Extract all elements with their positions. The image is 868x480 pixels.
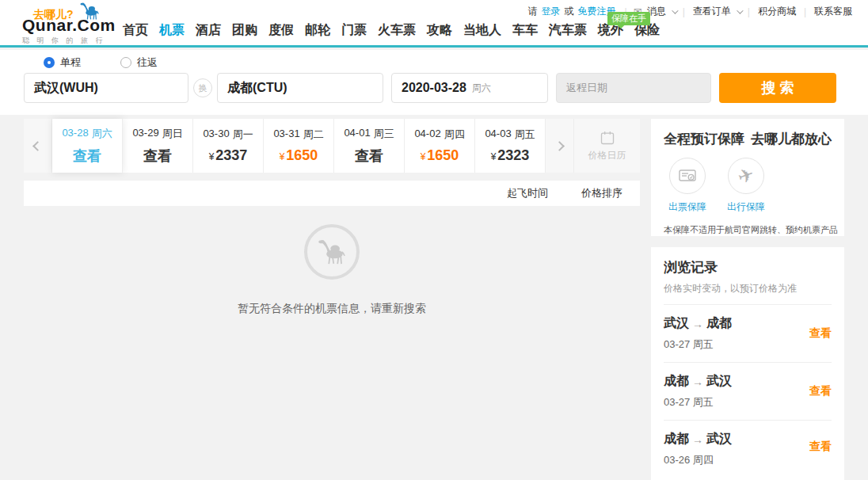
- arrow-right-icon: →: [692, 433, 703, 446]
- return-date-input[interactable]: 返程日期: [556, 73, 711, 103]
- history-item: 成都 → 武汉 03-27 周五 查看: [664, 363, 832, 421]
- history-date: 03-27 周五: [664, 395, 832, 410]
- swap-cities-button[interactable]: 换: [193, 78, 212, 97]
- empty-camel-badge: [304, 224, 360, 280]
- history-route: 成都 → 武汉: [664, 431, 832, 448]
- roundtrip-label: 往返: [137, 55, 158, 70]
- travel-guarantee-label: 出行保障: [727, 200, 765, 214]
- roundtrip-radio[interactable]: 往返: [120, 55, 158, 70]
- guarantee-tooltip-badge: 保障在手: [607, 12, 650, 25]
- nav-item-home[interactable]: 首页: [123, 22, 148, 39]
- main-nav: 首页 机票 酒店 团购 度假 邮轮 门票 火车票 攻略 当地人 车车 汽车票 境…: [123, 22, 671, 39]
- arrival-city-input[interactable]: 成都(CTU): [217, 73, 383, 103]
- nav-item-cruises[interactable]: 邮轮: [305, 22, 330, 39]
- date-tab-0330[interactable]: 03-30周一 ¥2337: [193, 119, 264, 173]
- nav-item-bus[interactable]: 汽车票: [549, 22, 587, 39]
- arrow-right-icon: →: [692, 318, 703, 330]
- divider: |: [804, 6, 806, 17]
- tab-action-label: 查看: [73, 147, 101, 166]
- nav-item-guides[interactable]: 攻略: [427, 22, 452, 39]
- guarantee-title: 全程预订保障 去哪儿都放心: [664, 130, 832, 148]
- login-link[interactable]: 登录: [542, 5, 561, 18]
- header: 去哪儿? Qunar.Com 聪 明 你 的 旅 行 请 登录 或 免费注册 |…: [0, 0, 868, 48]
- depart-day-label: 周六: [472, 82, 491, 95]
- date-strip: 03-28周六 查看 03-29周日 查看 03-30周一 ¥2337 03-3…: [24, 119, 640, 173]
- history-date: 03-27 周五: [664, 337, 832, 352]
- oneway-label: 单程: [60, 55, 81, 70]
- customer-service-link[interactable]: 联系客服: [814, 5, 852, 18]
- date-tab-0403[interactable]: 04-03周五 ¥2323: [475, 119, 546, 173]
- points-mall-link[interactable]: 积分商城: [758, 5, 796, 18]
- tab-price-label: ¥1650: [280, 147, 318, 164]
- history-view-link[interactable]: 查看: [809, 384, 832, 398]
- departure-city-input[interactable]: 武汉(WUH): [24, 73, 188, 103]
- please-label: 请: [528, 5, 538, 18]
- search-fields: 武汉(WUH) 换 成都(CTU) 2020-03-28 周六 返程日期 搜 索: [24, 73, 836, 103]
- price-calendar-button[interactable]: 价格日历: [574, 119, 640, 173]
- history-view-link[interactable]: 查看: [809, 326, 832, 341]
- ticket-guarantee[interactable]: 出票保障: [668, 158, 706, 214]
- nav-item-deals[interactable]: 团购: [232, 22, 257, 39]
- guarantee-card: 全程预订保障 去哪儿都放心 出票保障 ✈: [651, 119, 844, 236]
- ticket-card-icon: [677, 166, 698, 185]
- chevron-left-icon: [32, 141, 43, 151]
- history-subtitle: 价格实时变动，以预订价格为准: [664, 282, 832, 305]
- nav-item-locals[interactable]: 当地人: [463, 22, 501, 39]
- date-tab-0331[interactable]: 03-31周二 ¥1650: [264, 119, 334, 173]
- nav-item-vacations[interactable]: 度假: [268, 22, 294, 39]
- history-route: 武汉 → 成都: [664, 315, 832, 332]
- divider: |: [683, 6, 685, 17]
- arrow-right-icon: →: [692, 375, 703, 388]
- calendar-icon: [599, 130, 616, 146]
- divider: |: [748, 6, 750, 17]
- nav-item-tickets[interactable]: 门票: [341, 22, 367, 39]
- date-tab-0328[interactable]: 03-28周六 查看: [52, 119, 123, 173]
- history-item: 武汉 → 成都 03-27 周五 查看: [664, 305, 832, 363]
- search-button[interactable]: 搜 索: [719, 73, 836, 103]
- or-label: 或: [565, 5, 574, 18]
- history-view-link[interactable]: 查看: [809, 440, 832, 454]
- nav-item-trains[interactable]: 火车票: [378, 22, 416, 39]
- travel-guarantee[interactable]: ✈ 出行保障: [727, 158, 765, 214]
- depart-date-value: 2020-03-28: [402, 81, 466, 95]
- chevron-down-icon: [737, 7, 743, 13]
- logo-slogan: 聪 明 你 的 旅 行: [22, 36, 116, 46]
- qunar-flight-search-page: 去哪儿? Qunar.Com 聪 明 你 的 旅 行 请 登录 或 免费注册 |…: [0, 0, 868, 480]
- nav-item-hotels[interactable]: 酒店: [196, 22, 221, 39]
- tab-price-label: ¥2337: [209, 147, 248, 164]
- guarantee-disclaimer: 本保障不适用于航司官网跳转、预约机票产品: [664, 224, 832, 236]
- history-date: 03-26 周四: [664, 453, 832, 467]
- sort-by-departure-time[interactable]: 起飞时间: [507, 186, 548, 200]
- qunar-logo[interactable]: 去哪儿? Qunar.Com 聪 明 你 的 旅 行: [22, 2, 116, 46]
- radio-unselected-icon: [120, 57, 131, 68]
- sort-by-price[interactable]: 价格排序: [581, 186, 622, 200]
- nav-item-cars[interactable]: 车车: [512, 22, 538, 39]
- history-item: 成都 → 武汉 03-26 周四 查看: [664, 421, 832, 472]
- empty-message: 暂无符合条件的机票信息，请重新搜索: [24, 302, 640, 316]
- date-tab-0329[interactable]: 03-29周日 查看: [123, 119, 193, 173]
- camel-icon: [314, 239, 349, 265]
- empty-state: 暂无符合条件的机票信息，请重新搜索: [24, 224, 640, 316]
- next-dates-button[interactable]: [546, 119, 574, 173]
- depart-date-input[interactable]: 2020-03-28 周六: [391, 73, 548, 103]
- tab-price-label: ¥2323: [491, 147, 530, 164]
- price-calendar-label: 价格日历: [588, 149, 626, 162]
- topbar: 请 登录 或 免费注册 | ✉ 消息 | 查看订单 | 积分商城 | 联系客服: [527, 5, 854, 18]
- tab-price-label: ¥1650: [421, 147, 459, 164]
- tab-action-label: 查看: [143, 147, 172, 166]
- ticket-guarantee-label: 出票保障: [668, 200, 706, 214]
- search-section: 单程 往返 武汉(WUH) 换 成都(CTU) 2020-03-28 周六 返程…: [0, 50, 868, 115]
- history-route: 成都 → 武汉: [664, 373, 832, 390]
- date-tab-0401[interactable]: 04-01周三 查看: [334, 119, 405, 173]
- sort-bar: 起飞时间 价格排序: [24, 181, 640, 206]
- oneway-radio[interactable]: 单程: [44, 55, 81, 70]
- history-card: 浏览记录 价格实时变动，以预订价格为准 武汉 → 成都 03-27 周五 查看 …: [651, 247, 844, 480]
- radio-selected-icon: [44, 57, 55, 68]
- chevron-down-icon: [672, 7, 678, 13]
- date-tab-0402[interactable]: 04-02周四 ¥1650: [405, 119, 475, 173]
- nav-item-flights[interactable]: 机票: [159, 22, 185, 39]
- tab-action-label: 查看: [355, 147, 383, 166]
- orders-menu[interactable]: 查看订单: [693, 5, 731, 18]
- chevron-right-icon: [554, 141, 565, 151]
- prev-dates-button[interactable]: [24, 119, 52, 173]
